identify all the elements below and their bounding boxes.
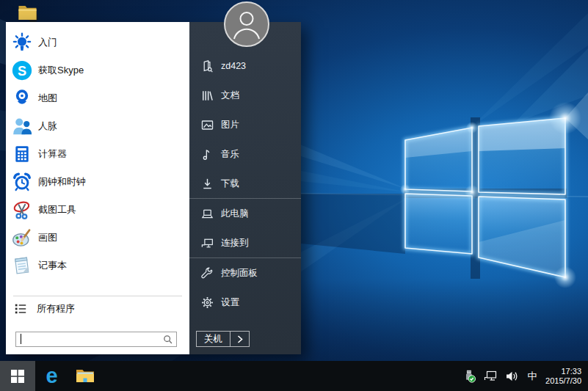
shutdown-button[interactable]: 关机	[197, 332, 231, 346]
all-programs-button[interactable]: 所有程序	[6, 296, 189, 321]
menu-item-snipping-tool[interactable]: 截图工具	[6, 196, 189, 224]
search-input[interactable]	[15, 332, 177, 347]
menu-item-label: 画图	[38, 231, 57, 244]
alarms-clock-icon	[11, 171, 33, 193]
menu-item-label: 获取Skype	[38, 64, 84, 77]
menu-item-label: 控制面板	[221, 267, 258, 279]
menu-item-label: 图片	[221, 119, 239, 131]
menu-item-paint[interactable]: 画图	[6, 224, 189, 252]
menu-item-get-started[interactable]: 入门	[6, 29, 189, 56]
menu-item-label: 闹钟和时钟	[38, 175, 86, 189]
menu-item-label: 连接到	[221, 237, 249, 249]
menu-item-label: 地图	[38, 92, 57, 105]
notepad-icon	[11, 255, 33, 277]
menu-item-get-skype[interactable]: S 获取Skype	[6, 56, 189, 84]
menu-item-connect-to[interactable]: 连接到	[189, 228, 301, 257]
edge-icon: e	[46, 365, 57, 387]
desktop-folder-icon[interactable]	[18, 4, 37, 21]
skype-icon: S	[11, 59, 33, 81]
menu-item-notepad[interactable]: 记事本	[6, 252, 189, 279]
pictures-icon	[200, 117, 214, 132]
places-list: zd423 文档	[189, 51, 301, 317]
power-button-group: 关机	[196, 331, 250, 347]
menu-item-settings[interactable]: 设置	[189, 288, 301, 317]
chevron-right-icon	[237, 335, 243, 343]
calculator-icon	[11, 143, 33, 165]
menu-item-label: 人脉	[38, 120, 57, 133]
windows-logo-icon	[11, 370, 24, 383]
this-pc-icon	[200, 206, 214, 221]
network-icon[interactable]	[482, 369, 498, 384]
menu-item-maps[interactable]: 地图	[6, 84, 189, 112]
search-icon[interactable]	[162, 334, 173, 345]
menu-item-label: 此电脑	[221, 208, 249, 220]
shutdown-options-button[interactable]	[231, 332, 249, 346]
all-programs-label: 所有程序	[37, 302, 75, 315]
shutdown-label: 关机	[204, 333, 222, 346]
user-avatar[interactable]	[224, 1, 269, 47]
clock-time: 17:33	[561, 367, 581, 376]
edge-taskbar-button[interactable]: e	[35, 361, 68, 391]
menu-item-label: 入门	[38, 36, 57, 49]
start-menu-left-panel: 入门 S 获取Skype	[6, 22, 189, 354]
menu-item-calculator[interactable]: 计算器	[6, 140, 189, 168]
snipping-tool-icon	[11, 199, 33, 221]
menu-item-documents[interactable]: 文档	[189, 81, 301, 110]
menu-item-label: 下载	[221, 178, 239, 190]
documents-icon	[200, 88, 214, 103]
start-button[interactable]	[0, 361, 35, 391]
start-menu: 入门 S 获取Skype	[6, 22, 301, 354]
usb-safely-remove-icon[interactable]	[461, 369, 477, 384]
connect-icon	[200, 235, 214, 250]
menu-item-pictures[interactable]: 图片	[189, 110, 301, 139]
get-started-icon	[11, 32, 33, 54]
taskbar: e	[0, 361, 588, 391]
user-name: zd423	[221, 61, 246, 71]
downloads-icon	[200, 176, 214, 191]
menu-item-user[interactable]: zd423	[189, 51, 301, 81]
all-programs-icon	[13, 302, 28, 316]
search-box	[15, 332, 177, 347]
clock[interactable]: 17:33 2015/7/30	[545, 367, 581, 386]
menu-item-people[interactable]: 人脉	[6, 112, 189, 140]
ime-indicator[interactable]: 中	[525, 370, 540, 383]
people-icon	[11, 115, 33, 137]
settings-icon	[200, 295, 214, 310]
app-list: 入门 S 获取Skype	[6, 22, 189, 279]
music-icon	[200, 147, 214, 161]
file-explorer-icon	[76, 368, 95, 384]
control-panel-icon	[200, 266, 214, 280]
svg-text:S: S	[18, 64, 26, 78]
menu-item-label: 文档	[221, 89, 239, 102]
menu-item-alarms-clock[interactable]: 闹钟和时钟	[6, 168, 189, 196]
person-icon	[225, 3, 268, 45]
menu-item-label: 音乐	[221, 148, 239, 161]
start-menu-right-panel: zd423 文档	[189, 22, 301, 354]
system-tray: 中 17:33 2015/7/30	[456, 361, 588, 391]
volume-icon[interactable]	[504, 369, 520, 384]
menu-item-label: 截图工具	[38, 203, 76, 216]
paint-icon	[11, 227, 33, 249]
menu-item-downloads[interactable]: 下载	[189, 169, 301, 198]
clock-date: 2015/7/30	[545, 376, 581, 386]
menu-item-this-pc[interactable]: 此电脑	[189, 199, 301, 228]
menu-item-music[interactable]: 音乐	[189, 139, 301, 169]
user-files-icon	[200, 59, 214, 73]
file-explorer-taskbar-button[interactable]	[68, 361, 101, 391]
maps-icon	[11, 87, 33, 109]
menu-item-control-panel[interactable]: 控制面板	[189, 258, 301, 288]
desktop: 入门 S 获取Skype	[0, 0, 588, 391]
menu-item-label: 计算器	[38, 147, 67, 161]
menu-item-label: 设置	[221, 296, 239, 309]
menu-item-label: 记事本	[38, 259, 67, 272]
